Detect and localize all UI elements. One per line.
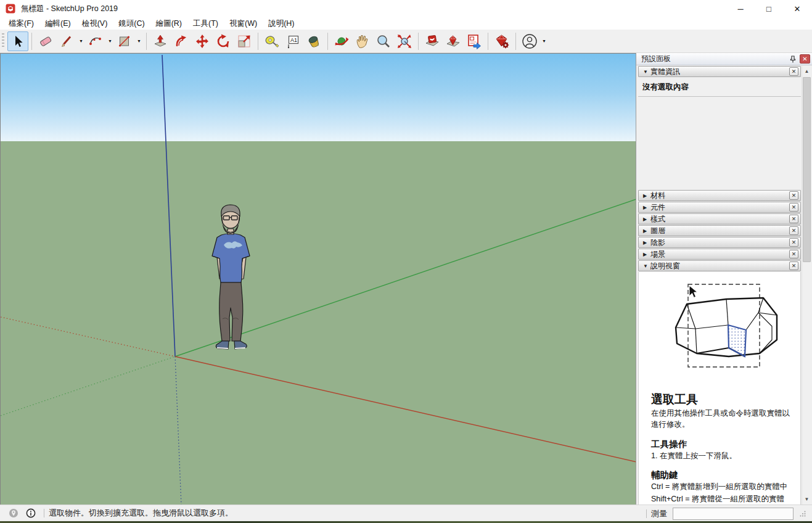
account-dropdown[interactable]: ▼ <box>540 31 548 51</box>
arc-tool-button[interactable] <box>85 31 106 51</box>
section-entity-info[interactable]: ▼ 實體資訊 ✕ <box>638 66 801 77</box>
pan-tool-button[interactable] <box>352 31 373 51</box>
red-axis <box>175 356 636 462</box>
orbit-icon <box>334 33 350 49</box>
collapse-arrow-icon: ▶ <box>643 228 650 234</box>
blue-axis-negative <box>175 356 181 504</box>
section-label: 場景 <box>650 249 789 260</box>
cursor-arrow-icon <box>689 286 697 298</box>
zoom-icon <box>375 33 392 49</box>
entity-info-empty-text: 沒有選取內容 <box>638 78 801 97</box>
measurement-input[interactable] <box>673 508 794 520</box>
scroll-up-arrow[interactable]: ▲ <box>802 67 811 76</box>
account-icon <box>521 33 538 50</box>
menu-window[interactable]: 視窗(W) <box>224 17 263 30</box>
section-close-button[interactable]: ✕ <box>789 191 798 200</box>
follow-me-tool-button[interactable] <box>171 31 192 51</box>
section-label: 樣式 <box>650 214 789 224</box>
text-tool-button[interactable]: A1 <box>282 31 303 51</box>
3d-warehouse-button[interactable] <box>422 31 443 51</box>
menu-file[interactable]: 檔案(F) <box>3 17 39 30</box>
tray-scrollbar[interactable]: ▲ ▼ <box>802 66 811 504</box>
geolocation-status-icon[interactable] <box>9 508 18 518</box>
resize-grip[interactable] <box>800 511 806 517</box>
toolbar: ▼ ▼ ▼ <box>0 30 812 53</box>
3d-warehouse-icon <box>424 33 440 49</box>
section-label: 元件 <box>650 202 789 213</box>
tray-title-bar[interactable]: 預設面板 ✕ <box>636 53 812 65</box>
push-pull-tool-button[interactable] <box>150 31 171 51</box>
collapse-arrow-icon: ▶ <box>643 240 650 245</box>
select-tool-button[interactable] <box>7 31 28 51</box>
credits-status-icon[interactable] <box>26 508 36 518</box>
section-close-button[interactable]: ✕ <box>789 262 798 270</box>
zoom-tool-button[interactable] <box>373 31 394 51</box>
close-button[interactable]: ✕ <box>783 0 811 17</box>
maximize-button[interactable]: □ <box>755 0 783 17</box>
instructor-operation-title: 工具操作 <box>651 439 792 450</box>
instructor-description: 在使用其他操作工具或命令時選取實體以進行修改。 <box>651 408 792 430</box>
section-styles[interactable]: ▶ 樣式 ✕ <box>638 213 801 224</box>
send-to-layout-button[interactable] <box>464 31 485 51</box>
share-model-button[interactable] <box>443 31 464 51</box>
account-button[interactable] <box>519 31 540 51</box>
section-close-button[interactable]: ✕ <box>789 203 798 212</box>
green-axis-negative <box>1 356 175 416</box>
section-close-button[interactable]: ✕ <box>789 238 798 247</box>
menu-draw[interactable]: 繪圖(R) <box>150 17 187 30</box>
menu-camera[interactable]: 鏡頭(C) <box>113 17 150 30</box>
instructor-operation-step: 1. 在實體上按一下滑鼠。 <box>651 451 792 462</box>
toolbar-grip[interactable] <box>2 33 4 49</box>
section-shadows[interactable]: ▶ 陰影 ✕ <box>638 237 801 248</box>
arc-tool-dropdown[interactable]: ▼ <box>106 31 114 51</box>
section-close-button[interactable]: ✕ <box>789 250 798 258</box>
move-icon <box>194 33 210 49</box>
extension-warehouse-button[interactable] <box>491 31 512 51</box>
menu-tools[interactable]: 工具(T) <box>187 17 224 30</box>
rectangle-icon <box>117 34 132 49</box>
scale-tool-button[interactable] <box>234 31 255 51</box>
tray-close-button[interactable]: ✕ <box>800 54 810 64</box>
model-viewport[interactable] <box>0 53 636 504</box>
eraser-tool-button[interactable] <box>35 31 56 51</box>
scrollbar-thumb[interactable] <box>803 77 811 262</box>
section-close-button[interactable]: ✕ <box>789 215 798 223</box>
collapse-arrow-icon: ▶ <box>643 205 650 210</box>
rotate-tool-button[interactable] <box>213 31 234 51</box>
scroll-down-arrow[interactable]: ▼ <box>802 495 811 504</box>
menu-view[interactable]: 檢視(V) <box>76 17 113 30</box>
pencil-icon <box>59 34 74 49</box>
instructor-modifier-line1: Ctrl = 將實體新增到一組所選取的實體中 <box>651 482 792 493</box>
instructor-modifier-title: 輔助鍵 <box>651 469 792 481</box>
paint-bucket-tool-button[interactable] <box>303 31 324 51</box>
send-to-layout-icon <box>466 33 482 49</box>
section-layers[interactable]: ▶ 圖層 ✕ <box>638 225 801 236</box>
zoom-extents-tool-button[interactable] <box>394 31 415 51</box>
minimize-button[interactable]: ─ <box>726 0 755 17</box>
move-tool-button[interactable] <box>192 31 213 51</box>
tape-measure-tool-button[interactable] <box>261 31 282 51</box>
section-instructor[interactable]: ▼ 說明視窗 ✕ <box>638 260 801 271</box>
section-scenes[interactable]: ▶ 場景 ✕ <box>638 249 801 260</box>
push-pull-icon <box>152 33 168 49</box>
section-materials[interactable]: ▶ 材料 ✕ <box>638 190 801 201</box>
section-close-button[interactable]: ✕ <box>789 226 798 235</box>
status-message: 選取物件。切換到擴充選取。拖曳滑鼠以選取多項。 <box>49 508 233 519</box>
menu-edit[interactable]: 編輯(E) <box>39 17 76 30</box>
zoom-extents-icon <box>396 33 412 49</box>
section-close-button[interactable]: ✕ <box>789 67 798 76</box>
eraser-icon <box>38 34 53 49</box>
status-bar: 選取物件。切換到擴充選取。拖曳滑鼠以選取多項。 測量 <box>0 504 812 521</box>
rectangle-tool-button[interactable] <box>114 31 135 51</box>
line-tool-dropdown[interactable]: ▼ <box>77 31 85 51</box>
paint-bucket-icon <box>306 33 322 49</box>
measurement-label: 測量 <box>651 508 667 519</box>
orbit-tool-button[interactable] <box>331 31 352 51</box>
menu-help[interactable]: 說明(H) <box>263 17 300 30</box>
rectangle-tool-dropdown[interactable]: ▼ <box>135 31 143 51</box>
scale-figure-person <box>212 205 250 349</box>
pin-icon[interactable] <box>789 55 797 64</box>
line-tool-button[interactable] <box>56 31 77 51</box>
section-components[interactable]: ▶ 元件 ✕ <box>638 202 801 213</box>
section-label: 圖層 <box>650 226 789 236</box>
